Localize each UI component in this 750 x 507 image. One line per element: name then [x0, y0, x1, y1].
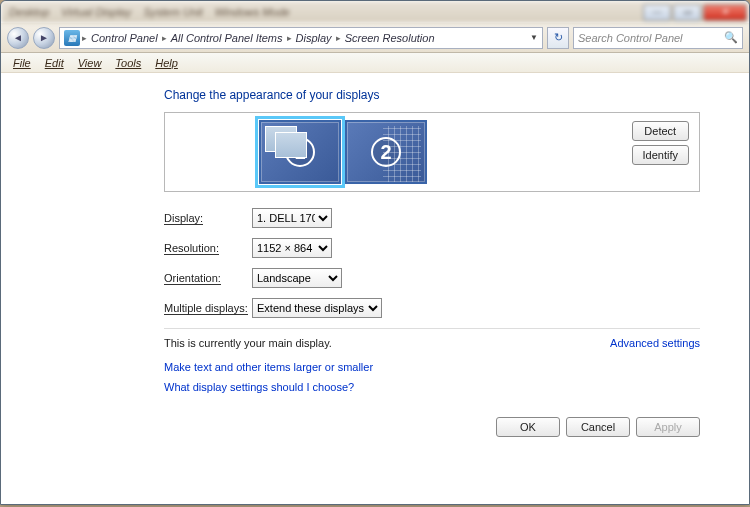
- content: Change the appearance of your displays 1…: [2, 74, 748, 503]
- close-button[interactable]: ✕: [703, 4, 747, 21]
- display-select[interactable]: 1. DELL 1703FP: [252, 208, 332, 228]
- chevron-right-icon: ▸: [162, 33, 167, 43]
- resolution-label: Resolution:: [164, 242, 252, 255]
- menubar: File Edit View Tools Help: [1, 53, 749, 73]
- titlebar-item: Windows Mode: [215, 6, 290, 18]
- display-label: Display:: [164, 212, 252, 225]
- search-input[interactable]: Search Control Panel 🔍: [573, 27, 743, 49]
- orientation-select[interactable]: Landscape: [252, 268, 342, 288]
- orientation-label: Orientation:: [164, 272, 252, 285]
- menu-help[interactable]: Help: [149, 56, 184, 70]
- search-icon: 🔍: [724, 31, 738, 44]
- titlebar-item: System Unit: [143, 6, 202, 18]
- identify-button[interactable]: Identify: [632, 145, 689, 165]
- advanced-settings-link[interactable]: Advanced settings: [610, 337, 700, 349]
- address-bar[interactable]: ▦ ▸ Control Panel ▸ All Control Panel It…: [59, 27, 543, 49]
- ok-button[interactable]: OK: [496, 417, 560, 437]
- multiple-displays-label: Multiple displays:: [164, 302, 252, 315]
- resolution-select[interactable]: 1152 × 864: [252, 238, 332, 258]
- menu-tools[interactable]: Tools: [109, 56, 147, 70]
- forward-button[interactable]: ►: [33, 27, 55, 49]
- menu-view[interactable]: View: [72, 56, 108, 70]
- monitor-grid-icon: [383, 126, 421, 182]
- crumb-all-items[interactable]: All Control Panel Items: [169, 32, 285, 44]
- main-display-message: This is currently your main display.: [164, 337, 332, 349]
- multiple-displays-select[interactable]: Extend these displays: [252, 298, 382, 318]
- menu-edit[interactable]: Edit: [39, 56, 70, 70]
- crumb-display[interactable]: Display: [294, 32, 334, 44]
- minimize-button[interactable]: —: [643, 4, 671, 21]
- crumb-screen-resolution[interactable]: Screen Resolution: [343, 32, 437, 44]
- titlebar-item: Virtual Display: [61, 6, 131, 18]
- menu-file[interactable]: File: [7, 56, 37, 70]
- titlebar-item: Desktop: [9, 6, 49, 18]
- search-placeholder: Search Control Panel: [578, 32, 683, 44]
- maximize-button[interactable]: ▭: [673, 4, 701, 21]
- crumb-control-panel[interactable]: Control Panel: [89, 32, 160, 44]
- refresh-button[interactable]: ↻: [547, 27, 569, 49]
- monitor-thumbnail-icon: [275, 132, 307, 158]
- chevron-right-icon: ▸: [82, 33, 87, 43]
- chevron-right-icon: ▸: [336, 33, 341, 43]
- divider: [164, 328, 700, 329]
- navbar: ◄ ► ▦ ▸ Control Panel ▸ All Control Pane…: [1, 23, 749, 53]
- monitor-1[interactable]: 1: [259, 120, 341, 184]
- monitor-2[interactable]: 2: [345, 120, 427, 184]
- cancel-button[interactable]: Cancel: [566, 417, 630, 437]
- page-title: Change the appearance of your displays: [164, 88, 700, 102]
- titlebar: Desktop Virtual Display System Unit Wind…: [1, 1, 749, 23]
- apply-button[interactable]: Apply: [636, 417, 700, 437]
- display-preview-box: 1 2 Detect Identify: [164, 112, 700, 192]
- window: Desktop Virtual Display System Unit Wind…: [0, 0, 750, 505]
- back-button[interactable]: ◄: [7, 27, 29, 49]
- control-panel-icon: ▦: [64, 30, 80, 46]
- text-size-link[interactable]: Make text and other items larger or smal…: [164, 361, 700, 373]
- address-dropdown-icon[interactable]: ▼: [530, 33, 538, 42]
- help-link[interactable]: What display settings should I choose?: [164, 381, 700, 393]
- chevron-right-icon: ▸: [287, 33, 292, 43]
- detect-button[interactable]: Detect: [632, 121, 689, 141]
